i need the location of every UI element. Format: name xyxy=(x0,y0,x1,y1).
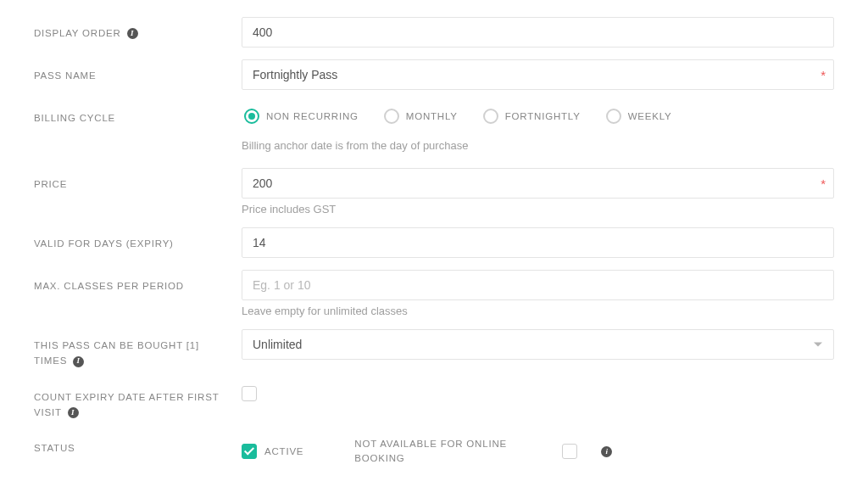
price-gst-hint: Price includes GST xyxy=(242,203,834,215)
valid-for-days-input[interactable] xyxy=(242,227,834,258)
radio-circle-icon xyxy=(384,109,399,124)
row-display-order: DISPLAY ORDER i xyxy=(34,17,834,48)
radio-circle-icon xyxy=(606,109,621,124)
radio-weekly[interactable]: WEEKLY xyxy=(606,109,672,124)
radio-circle-icon xyxy=(483,109,498,124)
checkbox-icon xyxy=(242,386,257,401)
checkbox-checked-icon xyxy=(242,444,257,459)
price-input[interactable] xyxy=(242,168,834,199)
required-indicator: * xyxy=(821,176,826,191)
info-icon[interactable]: i xyxy=(127,28,138,39)
label-max-classes: MAX. CLASSES PER PERIOD xyxy=(34,281,184,291)
radio-fortnightly[interactable]: FORTNIGHTLY xyxy=(483,109,581,124)
row-max-classes: MAX. CLASSES PER PERIOD Leave empty for … xyxy=(34,270,834,317)
row-pass-name: PASS NAME * xyxy=(34,59,834,90)
label-billing-cycle: BILLING CYCLE xyxy=(34,113,115,123)
purchase-limit-select-wrap: Unlimited xyxy=(242,329,834,360)
status-controls: ACTIVE NOT AVAILABLE FOR ONLINE BOOKING … xyxy=(242,437,834,467)
row-price: PRICE * Price includes GST xyxy=(34,168,834,215)
max-classes-hint: Leave empty for unlimited classes xyxy=(242,305,834,317)
count-expiry-checkbox[interactable] xyxy=(242,386,257,401)
purchase-limit-select[interactable]: Unlimited xyxy=(242,329,834,360)
label-valid-for-days: VALID FOR DAYS (EXPIRY) xyxy=(34,238,174,249)
checkbox-icon xyxy=(562,444,577,459)
active-checkbox[interactable]: ACTIVE xyxy=(242,444,303,459)
label-pass-name: PASS NAME xyxy=(34,70,96,81)
row-status: STATUS ACTIVE NOT AVAILABLE FOR ONLINE B… xyxy=(34,432,834,467)
max-classes-input[interactable] xyxy=(242,270,834,300)
info-icon[interactable]: i xyxy=(68,407,79,418)
label-purchase-limit: THIS PASS CAN BE BOUGHT [1] TIMES i xyxy=(34,340,199,366)
not-available-online-checkbox[interactable] xyxy=(562,444,577,459)
display-order-input[interactable] xyxy=(242,17,834,48)
label-price: PRICE xyxy=(34,179,67,189)
radio-monthly[interactable]: MONTHLY xyxy=(384,109,458,124)
radio-circle-icon xyxy=(244,109,259,124)
label-display-order: DISPLAY ORDER i xyxy=(34,28,138,38)
row-purchase-limit: THIS PASS CAN BE BOUGHT [1] TIMES i Unli… xyxy=(34,329,834,369)
info-icon[interactable]: i xyxy=(73,356,84,367)
row-count-expiry: COUNT EXPIRY DATE AFTER FIRST VISIT i xyxy=(34,381,834,421)
info-icon[interactable]: i xyxy=(601,446,612,457)
billing-anchor-hint: Billing anchor date is from the day of p… xyxy=(242,139,834,152)
radio-non-recurring[interactable]: NON RECURRING xyxy=(244,109,359,124)
pass-name-input[interactable] xyxy=(242,59,834,90)
row-valid-for-days: VALID FOR DAYS (EXPIRY) xyxy=(34,227,834,258)
row-billing-cycle: BILLING CYCLE NON RECURRING MONTHLY FORT… xyxy=(34,102,834,156)
label-count-expiry: COUNT EXPIRY DATE AFTER FIRST VISIT i xyxy=(34,392,219,417)
billing-cycle-radio-group: NON RECURRING MONTHLY FORTNIGHTLY WEEKLY xyxy=(242,102,834,124)
label-status: STATUS xyxy=(34,443,75,453)
required-indicator: * xyxy=(821,68,826,82)
not-available-online-label: NOT AVAILABLE FOR ONLINE BOOKING xyxy=(354,437,541,467)
